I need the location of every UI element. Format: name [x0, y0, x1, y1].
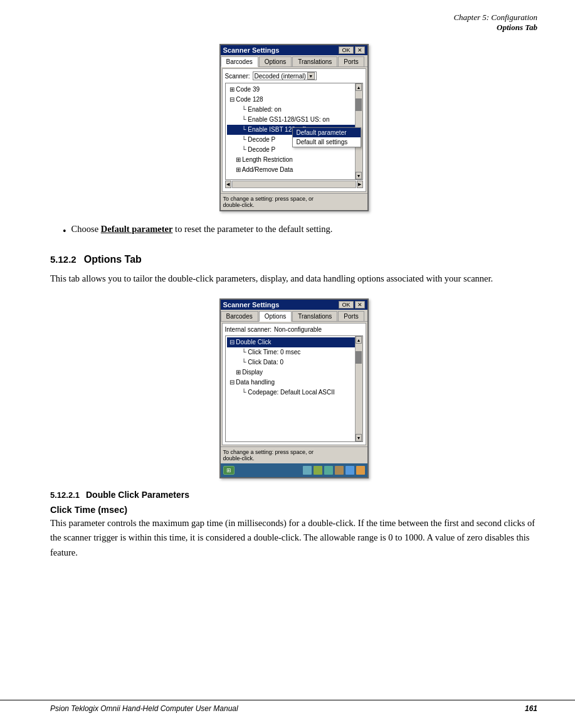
scanner-label-1: Scanner: — [225, 73, 250, 80]
tree-item-doubleclick[interactable]: ⊟ Double Click — [227, 337, 361, 347]
window-title-2: Scanner Settings — [223, 301, 280, 309]
title-bar-1: Scanner Settings OK ✕ — [221, 45, 367, 55]
footer-text: Psion Teklogix Omnii Hand-Held Computer … — [50, 704, 238, 713]
scanner-value-1: Decoded (internal) — [255, 73, 306, 80]
scroll-down-1[interactable]: ▼ — [356, 172, 362, 179]
tab-bar-2: Barcodes Options Translations Ports — [221, 310, 367, 322]
bullet-point-1: • Choose Default parameter to reset the … — [63, 223, 537, 239]
ok-button-2[interactable]: OK — [339, 301, 353, 309]
section-512-heading: 5.12.2 Options Tab — [50, 254, 537, 265]
screenshot1-container: Scanner Settings OK ✕ Barcodes Options T… — [50, 44, 537, 211]
footer-page: 161 — [525, 704, 537, 713]
scrollbar-h-1[interactable]: ◀ ▶ — [225, 181, 363, 188]
section-512-title: Options Tab — [84, 254, 142, 265]
close-button-2[interactable]: ✕ — [355, 301, 365, 309]
window-body-1: Scanner: Decoded (internal) ▼ ⊞ Code 39 … — [222, 68, 366, 192]
section-512-body: This tab allows you to tailor the double… — [50, 272, 537, 286]
title-buttons-1: OK ✕ — [339, 46, 364, 54]
taskbar-icon-1 — [303, 466, 312, 475]
close-button-1[interactable]: ✕ — [355, 46, 365, 54]
tree-item-codepage[interactable]: └ Codepage: Default Local ASCII — [227, 388, 361, 398]
tab-barcodes-1[interactable]: Barcodes — [221, 56, 258, 67]
tree-item-display[interactable]: ⊞ Display — [227, 367, 361, 377]
scroll-track-h-1 — [232, 181, 356, 188]
scanner-label-2: Internal scanner: — [225, 326, 272, 333]
tab-options-2[interactable]: Options — [259, 311, 292, 322]
window-footer-1: To change a setting: press space, ordoub… — [221, 193, 367, 210]
window-footer-2: To change a setting: press space, ordoub… — [221, 446, 367, 463]
scanner-row-2: Internal scanner: Non-configurable — [225, 326, 363, 333]
section-line: Options Tab — [50, 23, 537, 33]
bullet-text-1: Choose Default parameter to reset the pa… — [71, 223, 333, 236]
tree-item-length[interactable]: ⊞ Length Restriction — [227, 155, 361, 165]
screenshot2-container: Scanner Settings OK ✕ Barcodes Options T… — [50, 298, 537, 478]
taskbar-icon-5 — [346, 466, 354, 475]
start-button[interactable]: ⊞ — [223, 466, 235, 475]
tree-view-1[interactable]: ⊞ Code 39 ⊟ Code 128 └ Enabled: on └ Ena… — [225, 83, 363, 180]
tree-item-enabled[interactable]: └ Enabled: on — [227, 105, 361, 115]
tree-item-addremove[interactable]: ⊞ Add/Remove Data — [227, 165, 361, 175]
sub-subsection-heading: 5.12.2.1 Double Click Parameters — [50, 490, 537, 500]
scanner-row-1: Scanner: Decoded (internal) ▼ — [225, 71, 363, 80]
scroll-thumb-2[interactable] — [356, 351, 362, 364]
click-time-heading: Click Time (msec) — [50, 505, 537, 515]
scroll-right-1[interactable]: ▶ — [357, 181, 363, 188]
page-container: Chapter 5: Configuration Options Tab Sca… — [0, 0, 575, 728]
taskbar-icon-6 — [356, 466, 365, 475]
scrollbar-v-2[interactable]: ▲ ▼ — [355, 336, 362, 441]
section-512-number: 5.12.2 — [50, 254, 76, 265]
taskbar-icon-3 — [324, 466, 333, 475]
tab-ports-1[interactable]: Ports — [338, 56, 364, 66]
bold-default-param: Default parameter — [101, 224, 173, 234]
window-title-1: Scanner Settings — [223, 46, 280, 54]
tab-bar-1: Barcodes Options Translations Ports — [221, 55, 367, 67]
bullet-dot-1: • — [63, 224, 66, 239]
tree-item-clickdata[interactable]: └ Click Data: 0 — [227, 357, 361, 367]
tab-translations-1[interactable]: Translations — [292, 56, 337, 66]
dropdown-arrow-1[interactable]: ▼ — [307, 72, 315, 80]
scroll-down-2[interactable]: ▼ — [356, 434, 362, 441]
taskbar-icon-2 — [314, 466, 322, 475]
tree-item-code39[interactable]: ⊞ Code 39 — [227, 85, 361, 95]
title-buttons-2: OK ✕ — [339, 301, 364, 309]
scanner-window-2: Scanner Settings OK ✕ Barcodes Options T… — [219, 298, 369, 478]
taskbar-icon-4 — [335, 466, 344, 475]
tab-translations-2[interactable]: Translations — [292, 311, 337, 321]
scroll-left-1[interactable]: ◀ — [225, 181, 231, 188]
chapter-line: Chapter 5: Configuration — [50, 13, 537, 23]
taskbar-icons — [303, 466, 365, 475]
page-header: Chapter 5: Configuration Options Tab — [50, 13, 537, 33]
context-menu-1: Default parameter Default all settings — [292, 127, 361, 147]
tab-barcodes-2[interactable]: Barcodes — [221, 311, 258, 321]
tab-ports-2[interactable]: Ports — [338, 311, 364, 321]
scroll-thumb-1[interactable] — [356, 98, 362, 111]
tree-item-clicktime[interactable]: └ Click Time: 0 msec — [227, 347, 361, 357]
context-menu-default-param[interactable]: Default parameter — [293, 128, 361, 137]
sub-subsection-title: Double Click Parameters — [86, 490, 189, 500]
tree-item-code128[interactable]: ⊟ Code 128 — [227, 95, 361, 105]
page-footer: Psion Teklogix Omnii Hand-Held Computer … — [0, 700, 575, 713]
scroll-up-1[interactable]: ▲ — [356, 83, 362, 91]
scroll-up-2[interactable]: ▲ — [356, 336, 362, 344]
context-menu-default-all[interactable]: Default all settings — [293, 137, 361, 147]
tree-item-datahandling[interactable]: ⊟ Data handling — [227, 377, 361, 388]
scanner-value-2: Non-configurable — [274, 326, 322, 333]
window-body-2: Internal scanner: Non-configurable ⊟ Dou… — [222, 323, 366, 445]
tree-view-2[interactable]: ⊟ Double Click └ Click Time: 0 msec └ Cl… — [225, 335, 363, 442]
ok-button-1[interactable]: OK — [339, 46, 353, 54]
click-time-body: This parameter controls the maximum gap … — [50, 516, 537, 560]
scanner-dropdown-1[interactable]: Decoded (internal) ▼ — [253, 71, 317, 80]
sub-subsection-number: 5.12.2.1 — [50, 490, 80, 500]
title-bar-2: Scanner Settings OK ✕ — [221, 300, 367, 310]
taskbar-2: ⊞ — [221, 463, 367, 477]
scanner-window-1: Scanner Settings OK ✕ Barcodes Options T… — [219, 44, 369, 211]
tab-options-1[interactable]: Options — [259, 56, 292, 66]
tree-item-gs1[interactable]: └ Enable GS1-128/GS1 US: on — [227, 115, 361, 125]
